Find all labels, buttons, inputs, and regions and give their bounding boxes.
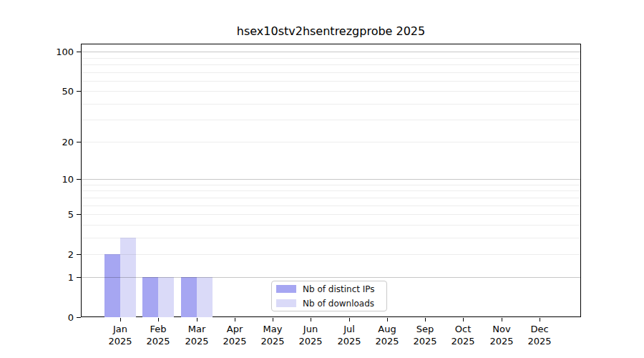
legend-label-distinct-ips: Nb of distinct IPs [303, 285, 375, 294]
y-tick-label-1: 1 [28, 272, 74, 283]
x-tick-mark-aug [387, 318, 388, 321]
x-tick-label-jan: Jan 2025 [97, 323, 143, 347]
x-tick-mark-sep [425, 318, 426, 321]
x-tick-mark-oct [463, 318, 464, 321]
x-tick-mark-dec [540, 318, 540, 321]
x-tick-mark-apr [235, 318, 235, 321]
x-tick-label-may: May 2025 [250, 323, 296, 347]
x-tick-label-aug: Aug 2025 [364, 323, 410, 347]
y-tick-label-0: 0 [28, 312, 74, 323]
legend-swatch-distinct-ips-icon [276, 285, 296, 293]
y-tick-label-10: 10 [28, 174, 74, 185]
chart-figure: hsex10stv2hsentrezgprobe 2025 0125102050… [0, 0, 644, 358]
x-tick-mark-jul [349, 318, 350, 321]
x-tick-mark-jan [120, 318, 121, 321]
legend-swatch-downloads-icon [276, 299, 296, 307]
y-tick-mark-0 [77, 317, 81, 318]
y-tick-label-100: 100 [28, 47, 74, 57]
chart-title: hsex10stv2hsentrezgprobe 2025 [81, 24, 581, 38]
x-tick-mark-mar [197, 318, 197, 321]
x-tick-mark-jun [311, 318, 311, 321]
plot-area [81, 44, 581, 317]
legend: Nb of distinct IPs Nb of downloads [271, 281, 387, 311]
x-tick-label-dec: Dec 2025 [517, 323, 562, 347]
x-tick-mark-nov [502, 318, 502, 321]
y-tick-label-2: 2 [28, 249, 74, 260]
x-tick-label-feb: Feb 2025 [135, 323, 181, 347]
x-tick-label-mar: Mar 2025 [174, 323, 220, 347]
legend-item-downloads: Nb of downloads [276, 299, 382, 308]
x-tick-mark-feb [158, 318, 159, 321]
legend-item-distinct-ips: Nb of distinct IPs [276, 285, 382, 294]
x-tick-label-oct: Oct 2025 [440, 323, 486, 347]
x-tick-mark-may [273, 318, 273, 321]
x-tick-label-jul: Jul 2025 [326, 323, 372, 347]
x-tick-label-jun: Jun 2025 [288, 323, 333, 347]
legend-label-downloads: Nb of downloads [303, 299, 374, 308]
y-tick-label-50: 50 [28, 86, 74, 97]
x-tick-label-apr: Apr 2025 [212, 323, 258, 347]
x-tick-label-nov: Nov 2025 [479, 323, 525, 347]
x-tick-label-sep: Sep 2025 [402, 323, 448, 347]
y-tick-label-20: 20 [28, 137, 74, 147]
y-tick-label-5: 5 [28, 209, 74, 220]
